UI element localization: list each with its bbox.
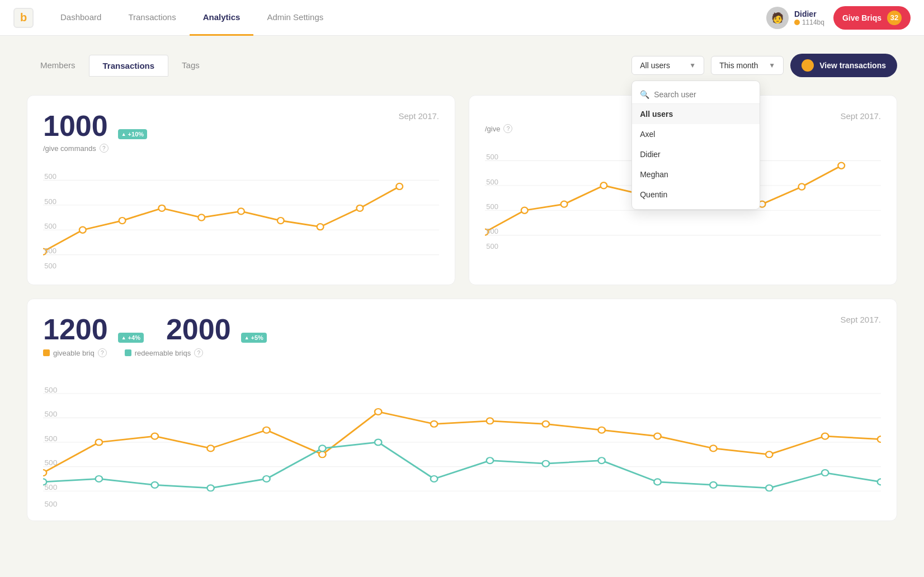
tabs: Members Transactions Tags bbox=[27, 55, 213, 77]
svg-point-68 bbox=[543, 461, 549, 467]
svg-text:500: 500 bbox=[486, 243, 498, 250]
time-dropdown[interactable]: This month ▼ bbox=[711, 56, 784, 75]
cards-row: 1000 ▲ +10% Sept 2017. /give commands ? bbox=[27, 95, 897, 285]
bottom-values: 1200 ▲ +4% 2000 ▲ +5% bbox=[43, 315, 267, 344]
svg-point-50 bbox=[431, 421, 437, 427]
header: b Dashboard Transactions Analytics Admin… bbox=[0, 0, 924, 36]
svg-point-47 bbox=[263, 427, 270, 433]
svg-point-46 bbox=[207, 445, 214, 451]
tab-controls: All users ▼ 🔍 All users Axel Didier Megh… bbox=[631, 54, 897, 77]
bottom-help-icon2[interactable]: ? bbox=[194, 348, 203, 357]
svg-text:500: 500 bbox=[44, 173, 56, 181]
svg-point-72 bbox=[766, 485, 772, 491]
menu-item-all-users[interactable]: All users bbox=[632, 104, 760, 124]
tab-row: Members Transactions Tags All users ▼ 🔍 … bbox=[27, 54, 897, 77]
bottom-badge2: ▲ +5% bbox=[241, 333, 267, 343]
svg-text:500: 500 bbox=[44, 459, 57, 467]
bottom-label2: redeemable briqs ? bbox=[125, 348, 203, 357]
svg-text:500: 500 bbox=[44, 484, 57, 491]
svg-point-69 bbox=[598, 457, 605, 464]
coin-dot bbox=[794, 20, 800, 25]
svg-point-44 bbox=[96, 439, 102, 446]
svg-point-51 bbox=[487, 418, 493, 424]
card1-value: 1000 bbox=[43, 111, 108, 140]
bottom-help-icon1[interactable]: ? bbox=[98, 348, 107, 357]
giveable-briq-dot bbox=[43, 349, 50, 356]
briqs-count: 32 bbox=[887, 11, 902, 25]
svg-point-43 bbox=[43, 470, 46, 476]
bottom-label1: giveable briq ? bbox=[43, 348, 107, 357]
svg-text:500: 500 bbox=[486, 228, 498, 236]
time-dropdown-label: This month bbox=[719, 61, 758, 70]
svg-point-9 bbox=[238, 208, 244, 214]
svg-point-11 bbox=[317, 224, 324, 230]
tab-transactions[interactable]: Transactions bbox=[89, 55, 169, 77]
card1-help-icon[interactable]: ? bbox=[100, 144, 109, 153]
view-transactions-button[interactable]: View transactions bbox=[790, 54, 897, 77]
menu-item-didier[interactable]: Didier bbox=[632, 144, 760, 164]
user-info: 🧑 Didier 1114bq bbox=[766, 7, 824, 29]
svg-point-64 bbox=[319, 445, 326, 451]
svg-point-53 bbox=[598, 427, 605, 433]
svg-text:500: 500 bbox=[44, 500, 57, 508]
svg-text:500: 500 bbox=[486, 203, 498, 211]
svg-point-48 bbox=[319, 451, 326, 457]
chevron-down-icon: ▼ bbox=[689, 62, 696, 69]
nav-dashboard[interactable]: Dashboard bbox=[47, 0, 115, 36]
svg-point-60 bbox=[96, 476, 102, 482]
card1-header: 1000 ▲ +10% Sept 2017. bbox=[43, 111, 439, 140]
card1-badge: ▲ +10% bbox=[118, 129, 147, 139]
nav-admin-settings[interactable]: Admin Settings bbox=[253, 0, 337, 36]
search-row: 🔍 bbox=[632, 86, 760, 104]
card1-label: /give commands ? bbox=[43, 144, 439, 153]
bottom-value1: 1200 bbox=[43, 315, 108, 344]
svg-point-56 bbox=[766, 451, 772, 457]
svg-text:500: 500 bbox=[44, 435, 57, 443]
tab-tags[interactable]: Tags bbox=[168, 55, 213, 77]
user-id: 1114bq bbox=[794, 18, 824, 26]
svg-point-13 bbox=[396, 183, 403, 190]
redeemable-briqs-dot bbox=[125, 349, 131, 356]
view-transactions-label: View transactions bbox=[819, 61, 886, 70]
menu-item-axel[interactable]: Axel bbox=[632, 124, 760, 144]
svg-text:500: 500 bbox=[44, 223, 56, 230]
card2-help-icon[interactable]: ? bbox=[503, 124, 512, 133]
tab-members[interactable]: Members bbox=[27, 55, 89, 77]
chevron-down-icon-2: ▼ bbox=[769, 62, 775, 69]
bottom-card-header: 1200 ▲ +4% 2000 ▲ +5% bbox=[43, 315, 881, 344]
svg-point-67 bbox=[487, 457, 493, 464]
svg-point-8 bbox=[198, 214, 205, 220]
give-briqs-button[interactable]: Give Briqs 32 bbox=[833, 6, 911, 30]
svg-point-31 bbox=[799, 183, 805, 190]
menu-item-meghan[interactable]: Meghan bbox=[632, 164, 760, 185]
card-give-commands: 1000 ▲ +10% Sept 2017. /give commands ? bbox=[27, 95, 455, 285]
svg-point-73 bbox=[822, 470, 828, 476]
svg-point-6 bbox=[119, 217, 126, 224]
user-name: Didier bbox=[794, 10, 824, 18]
svg-text:500: 500 bbox=[44, 386, 57, 394]
main-content: Members Transactions Tags All users ▼ 🔍 … bbox=[0, 36, 924, 539]
svg-point-24 bbox=[521, 207, 528, 214]
bottom-card-chart: 500 500 500 500 500 500 bbox=[43, 375, 881, 509]
search-input[interactable] bbox=[654, 90, 752, 99]
svg-point-54 bbox=[654, 433, 661, 439]
user-dropdown[interactable]: All users ▼ bbox=[631, 56, 704, 75]
svg-text:500: 500 bbox=[486, 153, 498, 161]
nav-analytics[interactable]: Analytics bbox=[190, 0, 254, 36]
bottom-badge1: ▲ +4% bbox=[118, 333, 144, 343]
nav: Dashboard Transactions Analytics Admin S… bbox=[47, 0, 337, 35]
bottom-value2: 2000 bbox=[166, 315, 231, 344]
svg-text:500: 500 bbox=[44, 198, 56, 206]
svg-point-58 bbox=[878, 436, 881, 442]
nav-transactions[interactable]: Transactions bbox=[115, 0, 189, 36]
bottom-card-date: Sept 2017. bbox=[840, 315, 881, 324]
menu-item-quentin[interactable]: Quentin bbox=[632, 185, 760, 205]
card2-date: Sept 2017. bbox=[840, 111, 881, 121]
user-dropdown-menu: 🔍 All users Axel Didier Meghan Quentin bbox=[631, 81, 760, 210]
svg-point-55 bbox=[710, 445, 716, 451]
svg-point-45 bbox=[151, 433, 158, 439]
give-briqs-label: Give Briqs bbox=[842, 13, 881, 22]
user-dropdown-label: All users bbox=[640, 61, 670, 70]
svg-point-62 bbox=[207, 485, 214, 491]
card1-date: Sept 2017. bbox=[398, 111, 439, 121]
